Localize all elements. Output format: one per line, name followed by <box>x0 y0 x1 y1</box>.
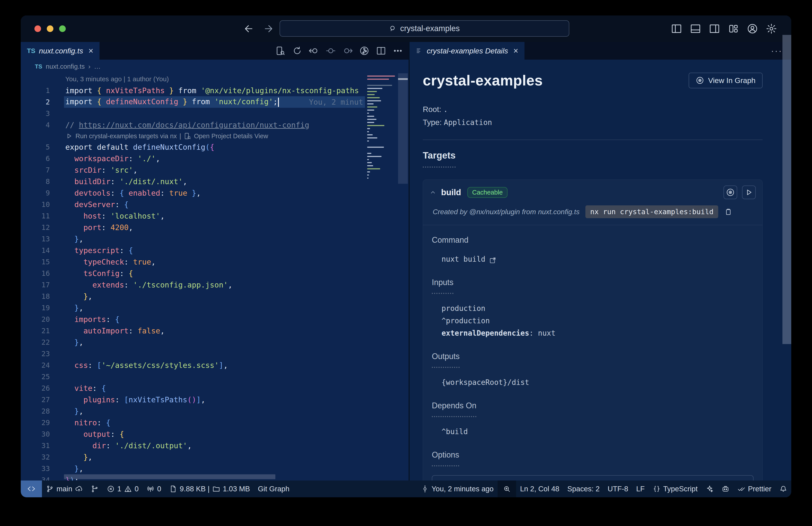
current-change-icon[interactable] <box>326 46 336 56</box>
details-scrollbar[interactable] <box>782 33 791 497</box>
titlebar-actions <box>671 23 777 34</box>
statusbar-ports[interactable]: 0 <box>143 481 165 497</box>
tab-project-details[interactable]: crystal-examples Details × <box>409 42 524 60</box>
remote-indicator[interactable] <box>21 481 42 497</box>
code-line[interactable]: 28}, <box>21 406 409 417</box>
statusbar-copilot[interactable] <box>717 481 734 497</box>
open-project-details-icon[interactable] <box>275 46 286 56</box>
external-link-icon[interactable] <box>489 256 496 263</box>
statusbar-git-graph[interactable]: Git Graph <box>254 481 293 497</box>
code-line[interactable]: 12port: 4200, <box>21 222 409 233</box>
editor-vertical-scrollbar[interactable] <box>398 73 408 481</box>
refresh-icon[interactable] <box>292 46 302 56</box>
layout-sidebar-right-icon[interactable] <box>709 23 720 34</box>
breadcrumb-more[interactable]: … <box>94 63 101 70</box>
nx-run-command-chip[interactable]: nx run crystal-examples:build <box>585 205 719 218</box>
close-window-button[interactable] <box>34 25 41 32</box>
code-line[interactable]: 1import { nxViteTsPaths } from '@nx/vite… <box>21 85 409 96</box>
code-line[interactable]: 11host: 'localhost', <box>21 210 409 222</box>
code-line[interactable]: 14typescript: { <box>21 245 409 256</box>
command-value[interactable]: nuxt build <box>441 253 754 266</box>
minimize-window-button[interactable] <box>47 25 54 32</box>
codelens-run[interactable]: Run crystal-examples targets via nx <box>75 132 177 140</box>
code-line[interactable]: 13}, <box>21 233 409 245</box>
code-line[interactable]: 4// https://nuxt.com/docs/api/configurat… <box>21 119 409 131</box>
previous-change-icon[interactable] <box>309 46 319 56</box>
code-line[interactable]: 33}, <box>21 463 409 474</box>
view-in-graph-button[interactable]: View In Graph <box>688 73 763 88</box>
statusbar-source-control-graph[interactable] <box>87 481 103 497</box>
more-actions-icon[interactable] <box>393 46 403 56</box>
code-line[interactable]: 9devtools: { enabled: true }, <box>21 187 409 199</box>
statusbar-zoom-indicator[interactable] <box>497 481 516 497</box>
code-line[interactable]: 16tsConfig: { <box>21 268 409 279</box>
back-icon[interactable] <box>244 24 254 34</box>
layout-panel-icon[interactable] <box>690 23 701 34</box>
statusbar-file-size[interactable]: 9.88 KB |1.03 MB <box>165 481 254 497</box>
code-line[interactable]: 26vite: { <box>21 382 409 394</box>
statusbar-indentation[interactable]: Spaces: 2 <box>563 481 604 497</box>
code-line[interactable]: 20imports: { <box>21 314 409 325</box>
customize-layout-icon[interactable] <box>728 23 739 34</box>
code-line[interactable]: 25 <box>21 371 409 382</box>
code-line[interactable]: 17extends: './tsconfig.app.json', <box>21 279 409 290</box>
layout-sidebar-left-icon[interactable] <box>671 23 682 34</box>
code-line[interactable]: You, 2 minut2import { defineNuxtConfig }… <box>21 96 409 108</box>
breadcrumb-file[interactable]: nuxt.config.ts <box>46 63 85 70</box>
codelens-open-details[interactable]: Open Project Details View <box>194 132 268 140</box>
code-line[interactable]: 10devServer: { <box>21 199 409 210</box>
timeline-icon[interactable] <box>359 46 369 56</box>
code-line[interactable]: 19}, <box>21 302 409 314</box>
statusbar-branch-indicator[interactable]: main <box>42 481 87 497</box>
statusbar-encoding[interactable]: UTF-8 <box>604 481 633 497</box>
run-target-button[interactable] <box>742 185 756 199</box>
tab-nuxt-config[interactable]: TS nuxt.config.ts × <box>21 42 100 60</box>
minimap[interactable] <box>365 73 397 481</box>
editor-horizontal-scrollbar[interactable] <box>64 474 275 479</box>
code-line[interactable]: 6workspaceDir: './', <box>21 153 409 164</box>
code-line[interactable]: 3 <box>21 108 409 119</box>
statusbar-eol[interactable]: LF <box>632 481 649 497</box>
maximize-window-button[interactable] <box>59 25 66 32</box>
close-tab-icon[interactable]: × <box>88 46 93 56</box>
close-tab-icon[interactable]: × <box>513 46 518 56</box>
chevron-up-icon[interactable] <box>430 189 436 196</box>
eye-icon <box>726 188 735 197</box>
statusbar-problems[interactable]: 10 <box>103 481 143 497</box>
text-cursor <box>278 98 279 107</box>
code-line[interactable]: 7srcDir: 'src', <box>21 164 409 176</box>
command-center-search[interactable]: crystal-examples <box>279 20 569 37</box>
code-line[interactable]: 31dir: './dist/.output', <box>21 440 409 451</box>
split-editor-icon[interactable] <box>376 46 386 56</box>
code-line[interactable]: 15typeCheck: true, <box>21 256 409 268</box>
code-line[interactable]: 23 <box>21 348 409 359</box>
statusbar-language-mode[interactable]: TypeScript <box>649 481 702 497</box>
breadcrumb[interactable]: TS nuxt.config.ts › … <box>21 60 409 73</box>
account-icon[interactable] <box>747 23 758 34</box>
settings-gear-icon[interactable] <box>766 23 777 34</box>
code-line[interactable]: 18}, <box>21 290 409 302</box>
codelens[interactable]: Run crystal-examples targets via nx | Op… <box>21 131 409 141</box>
line-number: 27 <box>21 396 50 404</box>
window-controls[interactable] <box>34 15 66 42</box>
code-line[interactable]: 21autoImport: false, <box>21 325 409 337</box>
options-json-editor[interactable]: { "cwd": "."} <box>432 475 754 481</box>
statusbar-prettier[interactable]: Prettier <box>734 481 775 497</box>
code-line[interactable]: 8buildDir: './dist/.nuxt', <box>21 176 409 187</box>
forward-icon[interactable] <box>263 24 274 34</box>
code-line[interactable]: 27plugins: [nxViteTsPaths()], <box>21 394 409 406</box>
code-line[interactable]: 22}, <box>21 337 409 348</box>
view-target-button[interactable] <box>724 185 737 199</box>
code-line[interactable]: 30output: { <box>21 428 409 440</box>
statusbar-blame-info[interactable]: You, 2 minutes ago <box>417 481 497 497</box>
code-editor[interactable]: You, 3 minutes ago | 1 author (You) 1imp… <box>21 73 409 481</box>
code-line[interactable]: 24css: ['~/assets/css/styles.scss'], <box>21 359 409 371</box>
statusbar-extension-spark[interactable] <box>702 481 717 497</box>
next-change-icon[interactable] <box>343 46 352 56</box>
statusbar-cursor-position[interactable]: Ln 2, Col 48 <box>516 481 563 497</box>
code-line[interactable]: 5export default defineNuxtConfig({ <box>21 141 409 153</box>
code-line[interactable]: 32}, <box>21 451 409 463</box>
code-line[interactable]: 29nitro: { <box>21 417 409 428</box>
copy-icon[interactable] <box>724 208 733 216</box>
more-actions-icon[interactable]: ··· <box>771 42 782 60</box>
